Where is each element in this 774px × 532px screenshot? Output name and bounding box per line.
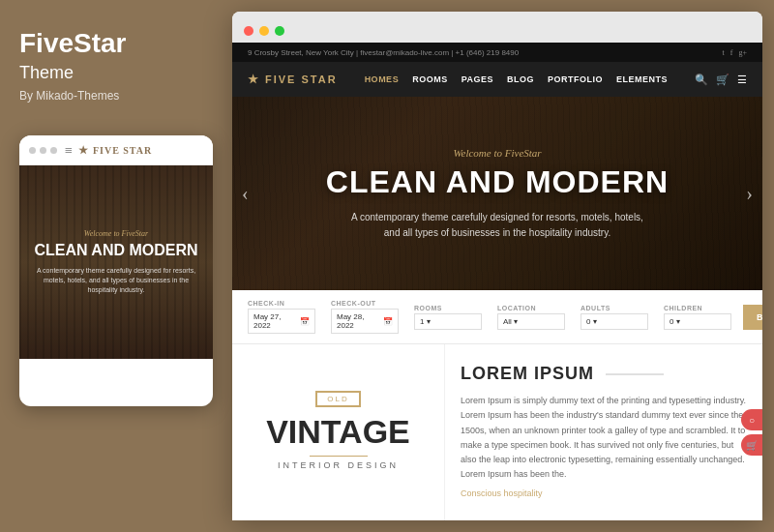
hero-headline-text: CLEAN AND MODERN	[326, 164, 669, 200]
mobile-headline-text: CLEAN AND MODERN	[34, 242, 197, 259]
hero-welcome-text: Welcome to FiveStar	[453, 147, 541, 159]
adults-label: ADULTS	[580, 305, 648, 311]
mobile-dot-3	[50, 147, 57, 154]
side-btn-2-icon: 🛒	[746, 440, 758, 451]
site-nav-main: ★ FIVE STAR HOMES ROOMS PAGES BLOG PORTF…	[232, 62, 762, 97]
mobile-hero: Welcome to FiveStar CLEAN AND MODERN A c…	[19, 165, 213, 359]
mobile-logo: ★ FIVE STAR	[78, 144, 152, 157]
checkin-field: CHECK-IN May 27, 2022 📅	[248, 300, 315, 334]
lorem-title: LOREM IPSUM	[461, 364, 594, 384]
cart-icon[interactable]: 🛒	[716, 74, 729, 86]
mobile-dot-1	[29, 147, 36, 154]
rooms-label: ROOMS	[414, 305, 482, 311]
search-icon[interactable]: 🔍	[695, 74, 708, 86]
side-button-2[interactable]: 🛒	[741, 434, 762, 456]
theme-label: Theme	[19, 63, 74, 83]
mobile-desc-text: A contemporary theme carefully designed …	[19, 266, 213, 294]
mobile-dot-2	[40, 147, 46, 154]
site-logo: ★ FIVE STAR	[248, 73, 338, 86]
nav-link-rooms[interactable]: ROOMS	[412, 74, 448, 84]
left-panel: FiveStar Theme By Mikado-Themes ≡ ★ FIVE…	[0, 0, 232, 532]
vintage-divider	[310, 456, 368, 457]
checkin-input[interactable]: May 27, 2022 📅	[248, 309, 315, 334]
side-buttons: ○ 🛒	[741, 409, 762, 456]
mobile-top-bar: ≡ ★ FIVE STAR	[19, 135, 213, 165]
location-field: LOCATION All ▾	[497, 305, 565, 330]
vintage-sub: INTERIOR DESIGN	[278, 460, 399, 470]
by-label: By Mikado-Themes	[19, 89, 119, 103]
hero-section: ‹ › Welcome to FiveStar CLEAN AND MODERN…	[232, 97, 762, 290]
mobile-hero-overlay	[19, 165, 213, 359]
browser-dot-minimize[interactable]	[259, 26, 269, 36]
nav-link-blog[interactable]: BLOG	[507, 74, 534, 84]
brand-title: FiveStar	[19, 29, 127, 59]
nav-link-pages[interactable]: PAGES	[461, 74, 493, 84]
checkout-field: CHECK-OUT May 28, 2022 📅	[331, 300, 399, 334]
site-nav-top: 9 Crosby Street, New York City | fivesta…	[232, 43, 762, 62]
children-field: CHILDREN 0 ▾	[664, 305, 731, 330]
twitter-icon[interactable]: t	[723, 48, 725, 57]
site-social-icons: t f g+	[723, 48, 747, 57]
children-label: CHILDREN	[664, 305, 731, 311]
lorem-header: LOREM IPSUM	[461, 364, 747, 384]
vintage-badge: OLD	[315, 391, 360, 407]
site-logo-text: FIVE STAR	[265, 74, 338, 85]
vintage-title: VINTAGE	[266, 415, 410, 448]
lorem-title-line	[606, 373, 664, 375]
lorem-body: Lorem Ipsum is simply dummy text of the …	[461, 394, 747, 481]
booking-bar: CHECK-IN May 27, 2022 📅 CHECK-OUT May 28…	[232, 290, 762, 344]
side-button-1[interactable]: ○	[741, 409, 762, 430]
browser-dot-maximize[interactable]	[275, 26, 284, 36]
mobile-menu-icon: ≡	[65, 143, 73, 159]
facebook-icon[interactable]: f	[730, 48, 733, 57]
checkin-label: CHECK-IN	[248, 300, 315, 307]
mobile-star-icon: ★	[78, 144, 89, 157]
mobile-welcome-text: Welcome to FiveStar	[84, 229, 148, 238]
checkin-calendar-icon: 📅	[300, 317, 310, 326]
location-select[interactable]: All ▾	[497, 313, 565, 330]
site-logo-star-icon: ★	[248, 73, 260, 86]
lower-left: OLD VINTAGE INTERIOR DESIGN	[232, 344, 445, 520]
rooms-field: ROOMS 1 ▾	[414, 305, 482, 330]
right-panel: 9 Crosby Street, New York City | fivesta…	[232, 12, 762, 520]
adults-field: ADULTS 0 ▾	[580, 305, 648, 330]
location-label: LOCATION	[497, 305, 565, 311]
nav-link-homes[interactable]: HOMES	[365, 74, 400, 84]
adults-select[interactable]: 0 ▾	[580, 313, 648, 330]
book-now-button[interactable]: BOOK NOW	[743, 305, 762, 330]
conscious-hospitality-link[interactable]: Conscious hospitality	[461, 488, 747, 498]
children-select[interactable]: 0 ▾	[664, 313, 731, 330]
googleplus-icon[interactable]: g+	[738, 48, 747, 57]
lower-right: LOREM IPSUM Lorem Ipsum is simply dummy …	[445, 344, 762, 520]
hero-content: Welcome to FiveStar CLEAN AND MODERN A c…	[326, 147, 669, 241]
website-content: 9 Crosby Street, New York City | fivesta…	[232, 43, 762, 520]
site-contact-info: 9 Crosby Street, New York City | fivesta…	[248, 48, 519, 57]
nav-link-portfolio[interactable]: PORTFOLIO	[548, 74, 603, 84]
browser-chrome	[232, 12, 762, 43]
checkout-label: CHECK-OUT	[331, 300, 399, 307]
rooms-select[interactable]: 1 ▾	[414, 313, 482, 330]
browser-dot-close[interactable]	[244, 26, 253, 36]
lower-wrapper: OLD VINTAGE INTERIOR DESIGN LOREM IPSUM …	[232, 344, 762, 520]
mobile-mockup: ≡ ★ FIVE STAR Welcome to FiveStar CLEAN …	[19, 135, 213, 406]
checkout-input[interactable]: May 28, 2022 📅	[331, 309, 399, 334]
nav-action-icons: 🔍 🛒 ☰	[695, 74, 747, 86]
nav-links: HOMES ROOMS PAGES BLOG PORTFOLIO ELEMENT…	[365, 74, 668, 84]
hero-subtext: A contemporary theme carefully designed …	[351, 210, 643, 241]
hero-next-arrow[interactable]: ›	[746, 183, 753, 205]
menu-icon[interactable]: ☰	[737, 74, 747, 86]
mobile-dots	[29, 147, 57, 154]
checkout-calendar-icon: 📅	[383, 317, 393, 326]
nav-link-elements[interactable]: ELEMENTS	[616, 74, 668, 84]
hero-prev-arrow[interactable]: ‹	[242, 183, 249, 205]
side-btn-1-icon: ○	[749, 415, 755, 426]
